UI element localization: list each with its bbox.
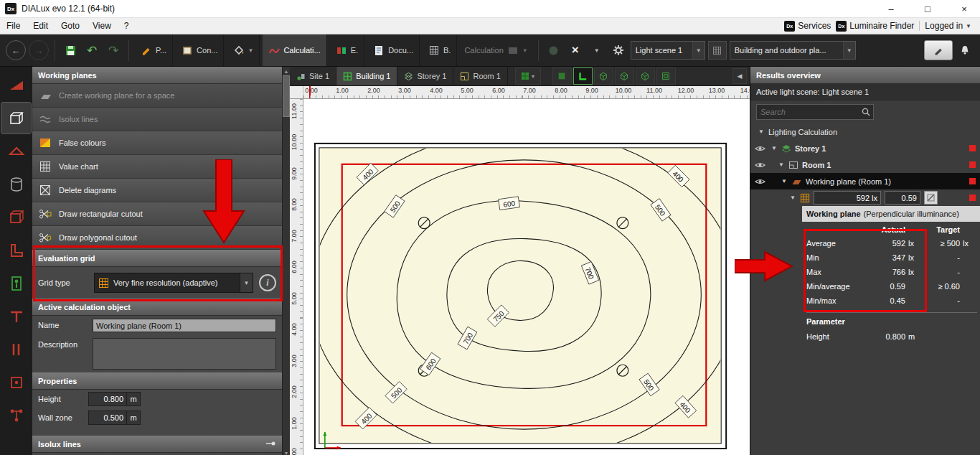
cancel-icon[interactable]: × (566, 39, 585, 61)
isolux-lines-section-header[interactable]: Isolux lines (32, 436, 282, 453)
minimize-button[interactable]: – (875, 0, 907, 17)
storey-icon (404, 72, 413, 81)
close-button[interactable]: × (948, 0, 980, 17)
tool-draw-rectangular-cutout[interactable]: Draw rectangular cutout (32, 202, 282, 226)
light-scene-select[interactable]: Light scene 1 ▼ (631, 41, 705, 60)
scroll-down-icon[interactable]: ▼ (283, 449, 290, 455)
wall-tool[interactable] (1, 235, 31, 266)
diagram-toggle-button[interactable] (924, 191, 938, 205)
view-3d-active-button[interactable] (573, 67, 593, 85)
info-icon[interactable]: i (259, 274, 276, 291)
tab-materials[interactable]: ▼ (227, 34, 260, 66)
search-input[interactable] (757, 108, 861, 116)
luminaire-finder-link[interactable]: Dx Luminaire Finder (836, 21, 914, 32)
tree-item-working-plane[interactable]: ▼ Working plane (Room 1) (750, 173, 980, 189)
view-cube-4-button[interactable] (656, 67, 676, 85)
name-label: Name (38, 319, 88, 329)
column-tool[interactable] (1, 169, 31, 200)
tab-site-1[interactable]: Site 1 (290, 67, 336, 85)
view-cube-1-button[interactable] (594, 67, 613, 85)
working-plane-icon (791, 177, 802, 186)
left-panel-scrollbar[interactable]: ▲ ▼ (282, 67, 290, 455)
back-button[interactable]: ← (6, 40, 26, 60)
chevron-down-icon[interactable]: ▼ (789, 194, 796, 201)
search-box[interactable] (756, 104, 874, 120)
chevron-down-icon[interactable]: ▼ (771, 145, 778, 151)
chevron-down-icon[interactable]: ▼ (588, 39, 606, 61)
tool-value-chart[interactable]: Value chart (32, 155, 282, 179)
menu-edit[interactable]: Edit (27, 21, 55, 31)
tree-item-lighting-calculation[interactable]: ▼ Lighting Calculation (750, 123, 980, 140)
calculation-surface-tool[interactable] (1, 367, 31, 398)
menu-goto[interactable]: Goto (55, 21, 86, 31)
menu-file[interactable]: File (0, 21, 27, 31)
chevron-down-icon[interactable]: ▼ (778, 161, 785, 168)
tab-documentation[interactable]: Docu... (367, 34, 420, 66)
active-light-scene-bar: Active light scene: Light scene 1 (750, 84, 980, 100)
chevron-down-icon[interactable]: ▼ (781, 178, 788, 184)
description-input[interactable] (93, 338, 276, 370)
room-inner-wall (319, 148, 721, 444)
maximize-button[interactable]: □ (912, 0, 943, 17)
paint-bucket-icon (232, 44, 244, 56)
table-row-average: Average 592 lx ≥ 500 lx (806, 236, 977, 250)
view-cube-2-button[interactable] (615, 67, 634, 85)
tree-item-storey-1[interactable]: ▼ Storey 1 (750, 140, 980, 156)
height-input[interactable]: 0.800 (88, 392, 127, 406)
tree-item-illuminance-result[interactable]: ▼ 592 lx 0.59 (750, 189, 980, 206)
door-person-tool[interactable] (1, 268, 31, 299)
eye-icon[interactable] (755, 145, 765, 152)
chevron-down-icon[interactable]: ▼ (758, 128, 765, 135)
tool-false-colours[interactable]: False colours (32, 131, 282, 155)
tab-results[interactable]: B. (423, 34, 457, 66)
tab-room-1[interactable]: Room 1 (453, 67, 508, 85)
undo-icon[interactable]: ↶ (83, 39, 101, 61)
storey-icon (781, 144, 791, 154)
tab-planning[interactable]: P... (135, 34, 173, 66)
tool-draw-polygonal-cutout[interactable]: Draw polygonal cutout (32, 226, 282, 250)
measurement-tool[interactable] (1, 301, 31, 332)
tab-calculation-objects[interactable]: Calculati... (263, 34, 326, 66)
working-plane-tool[interactable] (1, 103, 31, 133)
wall-zone-unit: m (127, 411, 141, 425)
roof-ramp-tool[interactable] (1, 70, 31, 100)
room-volume-tool[interactable] (1, 202, 31, 233)
scrollbar-thumb[interactable] (283, 75, 290, 117)
settings-gear-icon[interactable] (609, 39, 628, 61)
eye-icon[interactable] (755, 161, 765, 169)
edit-pencil-button[interactable] (924, 40, 953, 60)
tab-storey-1[interactable]: Storey 1 (397, 67, 453, 85)
grid-type-select[interactable]: Very fine resolution (adaptive) ▼ (94, 273, 253, 293)
table-row-min-average: Min/average 0.59 ≥ 0.60 (806, 279, 977, 294)
services-link[interactable]: Dx Services (784, 21, 831, 32)
pin-icon[interactable] (265, 438, 276, 451)
logged-in-menu[interactable]: Logged in ▼ (925, 21, 971, 31)
tree-item-room-1[interactable]: ▼ Room 1 (750, 156, 980, 173)
menu-view[interactable]: View (86, 21, 118, 31)
save-icon[interactable] (61, 39, 80, 61)
tab-export[interactable]: E. (330, 34, 364, 66)
chevron-down-icon: ▼ (843, 42, 855, 59)
name-input[interactable] (93, 319, 276, 332)
cutout-tool[interactable] (1, 334, 31, 365)
eye-icon[interactable] (755, 178, 765, 185)
evaluation-grid-header: Evaluation grid (32, 250, 282, 267)
search-row (750, 100, 980, 123)
roof-tool[interactable] (1, 136, 31, 166)
tab-building-1[interactable]: Building 1 (336, 67, 397, 85)
notifications-bell-icon[interactable] (956, 39, 974, 61)
view-options-dropdown[interactable]: ▼ (515, 67, 541, 85)
wall-zone-input[interactable]: 0.500 (88, 411, 127, 425)
tab-construction[interactable]: Con... (176, 34, 224, 66)
view-2d-plan-button[interactable] (552, 67, 572, 85)
scene-grid-button[interactable] (708, 41, 727, 60)
drawing-canvas[interactable]: 400 500 600 400 500 700 750 700 600 500 … (303, 99, 750, 455)
network-tool[interactable] (1, 400, 31, 431)
building-select[interactable]: Building and outdoor pla... ▼ (730, 41, 856, 60)
menu-help[interactable]: ? (118, 21, 136, 31)
tool-delete-diagrams[interactable]: Delete diagrams (32, 179, 282, 202)
separator (538, 39, 539, 61)
scroll-up-icon[interactable]: ▲ (283, 67, 290, 75)
view-cube-3-button[interactable] (636, 67, 655, 85)
collapse-panel-button[interactable]: ◀ (732, 68, 747, 84)
